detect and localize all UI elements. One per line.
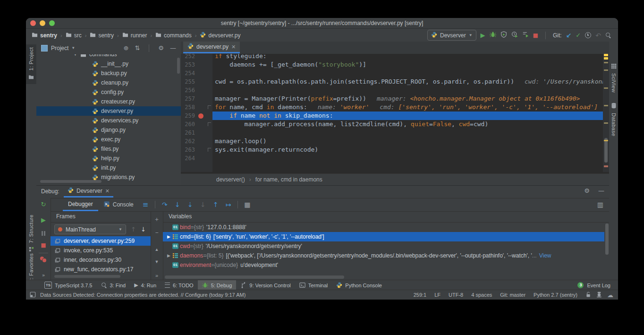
- step-into-icon[interactable]: ↓: [171, 201, 184, 208]
- locate-file-icon[interactable]: ⊕: [124, 45, 129, 51]
- chevron-down-icon[interactable]: ▼: [71, 46, 75, 50]
- tab-debugger[interactable]: Debugger: [63, 198, 98, 211]
- event-log-button[interactable]: 3 Event Log: [577, 282, 618, 288]
- sidebar-item-project[interactable]: 1: Project: [26, 44, 36, 84]
- project-vertical-scrollbar[interactable]: [177, 58, 180, 74]
- stripe-mark[interactable]: [604, 105, 608, 106]
- gutter[interactable]: 258: [181, 103, 212, 112]
- stripe-mark[interactable]: [604, 69, 608, 71]
- breadcrumb-item[interactable]: src: [66, 32, 82, 39]
- lock-icon[interactable]: [585, 292, 591, 299]
- tree-item[interactable]: files.py: [36, 144, 181, 154]
- view-breakpoints-icon[interactable]: [36, 257, 51, 264]
- expand-arrow-icon[interactable]: ▼: [73, 54, 77, 57]
- sync-settings-icon[interactable]: ☁: [607, 292, 613, 298]
- gutter[interactable]: 264: [181, 154, 212, 163]
- breadcrumb-item[interactable]: devserver.py: [200, 32, 240, 39]
- variables-vertical-scrollbar[interactable]: [605, 223, 609, 255]
- step-into-my-code-icon[interactable]: ⇣: [184, 201, 196, 208]
- gutter[interactable]: 262: [181, 137, 212, 146]
- gutter[interactable]: 259: [181, 112, 212, 120]
- gutter[interactable]: 261: [181, 129, 212, 137]
- status-segment[interactable]: Python 2.7 (sentry): [534, 292, 577, 298]
- hide-panel-icon[interactable]: —: [598, 188, 604, 194]
- restore-layout-icon[interactable]: ▥: [597, 201, 603, 208]
- tree-item[interactable]: devserver.py: [36, 106, 181, 116]
- error-stripe[interactable]: [603, 54, 609, 172]
- debug-session-tab[interactable]: Devserver ✕: [64, 186, 113, 198]
- tool-window-button-9-version-control[interactable]: 9: Version Control: [236, 280, 295, 291]
- view-value-link[interactable]: View: [539, 252, 551, 259]
- code-text[interactable]: [212, 69, 603, 77]
- run-to-cursor-icon[interactable]: ↦: [222, 201, 235, 208]
- git-commit-button[interactable]: ✓: [576, 32, 581, 38]
- sidebar-item-sciview[interactable]: SciView: [609, 62, 618, 93]
- close-icon[interactable]: ✕: [231, 44, 236, 50]
- run-configuration-select[interactable]: Devserver ▼: [427, 30, 476, 41]
- profiler-button[interactable]: [511, 31, 518, 40]
- stripe-mark[interactable]: [604, 62, 608, 63]
- project-horizontal-scrollbar[interactable]: [40, 180, 102, 183]
- breakpoint-icon[interactable]: [198, 113, 203, 119]
- tree-item[interactable]: exec.py: [36, 135, 181, 144]
- tab-console[interactable]: Console: [98, 198, 139, 211]
- tool-window-button-5-debug[interactable]: 5: Debug: [198, 280, 237, 291]
- gutter[interactable]: 252: [181, 54, 212, 60]
- code-text[interactable]: if styleguide:: [212, 54, 603, 60]
- code-text[interactable]: [212, 154, 603, 163]
- breadcrumb-item[interactable]: sentry: [32, 32, 57, 39]
- frame-row[interactable]: invoke, core.py:535: [51, 246, 151, 255]
- stop-icon[interactable]: ■: [36, 242, 51, 248]
- code-text[interactable]: for name, cmd in daemons:name: 'worker'c…: [212, 103, 603, 112]
- gutter[interactable]: 257: [181, 94, 212, 103]
- stripe-mark[interactable]: [604, 165, 608, 167]
- gutter[interactable]: 256: [181, 86, 212, 94]
- stripe-mark[interactable]: [604, 122, 608, 124]
- tree-item[interactable]: config.py: [36, 87, 181, 97]
- tree-item[interactable]: init.py: [36, 163, 181, 172]
- debug-button[interactable]: [490, 31, 496, 40]
- editor-scrollbar-thumb[interactable]: [604, 138, 608, 163]
- variable-row[interactable]: 01bind = {str}'127.0.0.1:8888': [163, 223, 604, 232]
- breadcrumb-item[interactable]: runner: [122, 32, 147, 39]
- tree-item[interactable]: createuser.py: [36, 97, 181, 106]
- stripe-mark[interactable]: [604, 54, 608, 56]
- code-text[interactable]: manager = Manager(Printer(prefix=prefix)…: [212, 94, 603, 103]
- frames-horizontal-scrollbar[interactable]: [54, 275, 120, 278]
- editor-tab-devserver[interactable]: devserver.py ✕: [183, 42, 240, 53]
- breadcrumb-item[interactable]: commands: [155, 32, 192, 39]
- variable-row[interactable]: 01cwd = {str}'/Users/ryanskonnord/getsen…: [163, 241, 604, 251]
- tree-item[interactable]: django.py: [36, 125, 181, 135]
- gear-icon[interactable]: ⚙: [584, 188, 590, 194]
- rerun-icon[interactable]: ↻: [36, 201, 51, 207]
- tool-window-button-python-console[interactable]: Python Console: [332, 280, 386, 291]
- status-segment[interactable]: LF: [434, 292, 441, 298]
- status-segment[interactable]: UTF-8: [449, 292, 463, 298]
- more-actions-icon[interactable]: »: [36, 273, 51, 278]
- breadcrumb-function[interactable]: devserver(): [216, 176, 245, 183]
- tool-windows-icon[interactable]: [30, 292, 36, 299]
- status-segment[interactable]: Git: master: [500, 292, 525, 298]
- gutter[interactable]: 255: [181, 77, 212, 86]
- frame-row[interactable]: new_func, decorators.py:17: [51, 265, 151, 274]
- gutter[interactable]: 254: [181, 69, 212, 77]
- close-icon[interactable]: ✕: [105, 188, 110, 194]
- fold-marker-icon[interactable]: [208, 105, 211, 109]
- stripe-mark[interactable]: [604, 87, 608, 89]
- add-watch-icon[interactable]: ＋: [151, 215, 163, 223]
- tree-item[interactable]: cleanup.py: [36, 78, 181, 87]
- breadcrumb-item[interactable]: sentry: [90, 32, 114, 39]
- stop-button[interactable]: ■: [533, 33, 538, 38]
- variable-row[interactable]: 01environment = {unicode}u'development': [163, 260, 604, 270]
- stripe-mark[interactable]: [604, 140, 608, 141]
- tree-item[interactable]: ▼commands: [36, 54, 181, 59]
- code-text[interactable]: [212, 129, 603, 137]
- code-text[interactable]: [212, 86, 603, 94]
- sidebar-item-structure[interactable]: 7: Structure: [26, 215, 36, 254]
- expand-arrow-icon[interactable]: ▶: [167, 253, 170, 258]
- tool-window-button-terminal[interactable]: Terminal: [295, 280, 332, 291]
- tree-item[interactable]: help.py: [36, 154, 181, 163]
- run-button[interactable]: ▶: [481, 32, 485, 38]
- project-panel-title[interactable]: Project: [51, 45, 68, 52]
- tree-item[interactable]: backup.py: [36, 69, 181, 78]
